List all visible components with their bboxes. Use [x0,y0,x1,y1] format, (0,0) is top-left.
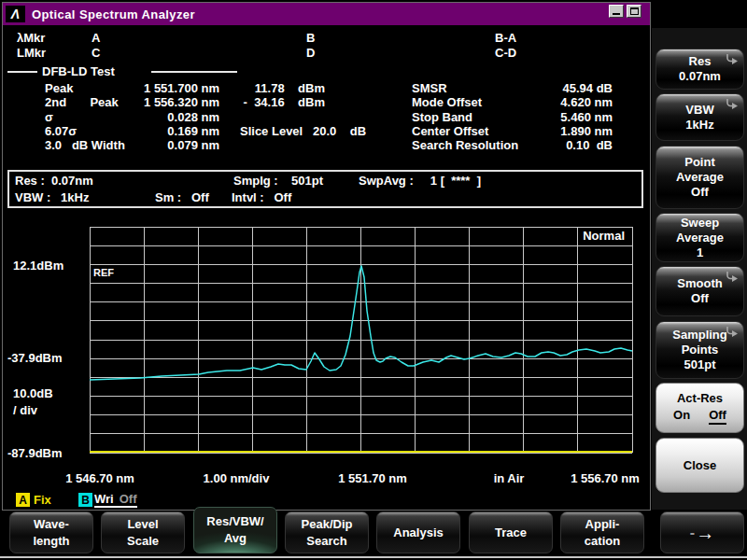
menu-label: Scale [127,533,159,550]
more-arrow-icon: → [696,524,714,542]
second-peak-wavelength-value: 1 556.320 nm [103,95,219,109]
trace-b-substate: Off [120,492,137,506]
status-sweep-average: SwpAvg : 1 [ **** ] [359,174,481,189]
trace-a-badge: A [16,493,30,507]
search-resolution-value: 0.10 dB [504,138,613,152]
status-smooth: Sm : Off [155,190,209,205]
mode-offset-label: Mode Offset [412,95,482,109]
wavelength-marker-label: λMkr [17,31,45,45]
db-width-value: 0.079 nm [103,138,219,152]
stop-band-label: Stop Band [412,110,472,124]
marker-d-label: D [306,46,315,60]
x-axis-medium: in Air [494,471,525,485]
measurement-row: σ 0.028 nm Stop Band 5.460 nm [0,110,654,124]
submenu-arrow-icon [726,271,739,283]
x-axis-center-wavelength: 1 551.70 nm [338,471,407,485]
six-sigma-value: 0.169 nm [103,124,219,138]
spectrum-chart: REF Normal [90,227,632,453]
center-offset-value: 1.890 nm [504,124,613,138]
status-vbw: VBW : 1kHz [15,190,89,205]
menu-label: Trace [495,525,527,541]
menu-label: Search [306,533,346,550]
submenu-arrow-icon [726,53,739,65]
menu-res-vbw-avg[interactable]: Res/VBW/ Avg [193,507,277,553]
sampling-points-softkey[interactable]: Sampling Points 501pt [655,321,744,379]
marker-c-label: C [92,46,100,60]
softkey-line: Act-Res [656,391,743,406]
menu-trace[interactable]: Trace [469,511,553,553]
stop-band-value: 5.460 nm [504,110,613,124]
search-resolution-label: Search Resolution [412,138,518,152]
center-offset-label: Center Offset [412,124,488,138]
act-res-off-option[interactable]: Off [709,408,726,425]
minimize-button[interactable] [609,5,624,18]
level-marker-label: LMkr [17,46,46,60]
softkey-value: 1kHz [656,118,743,133]
menu-more-arrow[interactable]: - → [660,511,744,553]
marker-cd-label: C-D [495,46,516,60]
measurement-row: Peak 1 551.700 nm 11.78 dBm SMSR 45.94 d… [0,81,654,95]
section-rule-left [7,71,37,73]
menu-label: Res/VBW/ [206,513,263,530]
softkey-value: Off [656,291,743,306]
menu-label: Peak/Dip [302,516,353,533]
vbw-softkey[interactable]: VBW 1kHz [655,93,744,141]
menu-label: Analysis [393,525,443,541]
point-average-softkey[interactable]: Point Average Off [655,146,744,209]
close-softkey[interactable]: Close [655,438,744,493]
x-axis-scale: 1.00 nm/div [204,471,270,485]
section-rule-right [151,71,237,73]
res-softkey[interactable]: Res 0.07nm [655,49,744,90]
softkey-line: Sweep [656,216,743,231]
status-sampling: Smplg : 501pt [233,174,323,189]
peak-label: Peak [45,81,73,95]
peak-wavelength-value: 1 551.700 nm [103,81,219,95]
act-res-softkey[interactable]: Act-Res On Off [655,383,744,433]
status-interval: Intvl : Off [232,190,291,205]
marker-ba-label: B-A [495,31,516,45]
softkey-value: 1 [656,245,743,260]
y-axis-scale: 10.0dB [13,386,53,400]
osa-screen: Λ Optical Spectrum Analyzer 2/7/2021 15:… [0,0,747,560]
menu-level-scale[interactable]: Level Scale [101,511,185,553]
menu-peak-dip-search[interactable]: Peak/Dip Search [285,511,369,553]
trace-b-badge: B [78,493,92,507]
x-axis-start-wavelength: 1 546.70 nm [65,471,134,485]
act-res-toggle: On Off [656,408,743,425]
menu-label: Level [127,516,158,533]
menu-label: Appli- [585,516,620,533]
menu-wavelength[interactable]: Wave- length [9,511,93,553]
marker-a-label: A [92,31,100,45]
softkey-line: Average [656,231,743,245]
menu-label: Avg [224,530,247,547]
x-axis-stop-wavelength: 1 556.70 nm [571,471,640,485]
bottom-divider [0,556,747,558]
submenu-arrow-icon [726,326,739,338]
act-res-on-option[interactable]: On [673,408,690,425]
smsr-value: 45.94 dB [504,81,613,95]
sweep-average-softkey[interactable]: Sweep Average 1 [655,213,744,262]
trace-b-state-group: WriOff [94,492,137,508]
y-axis-ref-level: 12.1dBm [13,259,63,273]
title-bar: Λ Optical Spectrum Analyzer [3,3,650,25]
status-res: Res : 0.07nm [15,174,93,189]
softkey-value: 501pt [656,357,743,372]
window-title: Optical Spectrum Analyzer [32,7,195,21]
y-axis-mid-level: -37.9dBm [7,351,63,365]
menu-label: cation [585,533,620,550]
measurement-row: 2nd Peak 1 556.320 nm - 34.16 dBm Mode O… [0,95,654,109]
anritsu-logo-icon: Λ [6,6,25,22]
measurement-row: 6.07σ 0.169 nm Slice Level 20.0 dB Cente… [0,124,654,138]
softkey-line: Average [656,170,743,185]
menu-analysis[interactable]: Analysis [376,511,460,553]
smsr-label: SMSR [412,81,447,95]
menu-label: Wave- [34,516,69,533]
mode-offset-value: 4.620 nm [504,95,613,109]
analysis-mode-label: DFB-LD Test [42,64,115,78]
ref-line-label: REF [93,267,114,278]
smooth-softkey[interactable]: Smooth Off [655,266,744,316]
marker-b-label: B [306,31,315,45]
menu-application[interactable]: Appli- cation [560,511,644,553]
maximize-button[interactable] [627,5,641,18]
measurement-row: 3.0 dB Width 0.079 nm Search Resolution … [0,138,654,152]
